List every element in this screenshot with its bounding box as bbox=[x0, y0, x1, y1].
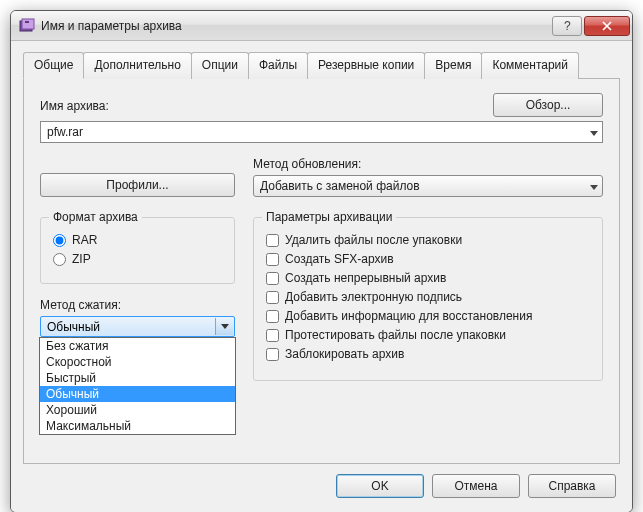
check-lock[interactable]: Заблокировать архив bbox=[266, 347, 590, 361]
profiles-button[interactable]: Профили... bbox=[40, 173, 235, 197]
archive-params-legend: Параметры архивации bbox=[262, 210, 396, 224]
archive-format-legend: Формат архива bbox=[49, 210, 142, 224]
dialog-footer: OK Отмена Справка bbox=[23, 464, 620, 500]
archive-name-label: Имя архива: bbox=[40, 99, 109, 113]
compression-label: Метод сжатия: bbox=[40, 298, 235, 312]
dialog-window: Имя и параметры архива ? Общие Дополните… bbox=[10, 10, 633, 512]
help-button[interactable]: ? bbox=[552, 16, 582, 36]
cancel-button[interactable]: Отмена bbox=[432, 474, 520, 498]
svg-rect-1 bbox=[22, 19, 34, 29]
compression-dropdown-list: Без сжатия Скоростной Быстрый Обычный Хо… bbox=[39, 337, 236, 435]
browse-button[interactable]: Обзор... bbox=[493, 93, 603, 117]
chevron-down-icon bbox=[590, 125, 598, 139]
checkbox[interactable] bbox=[266, 272, 279, 285]
compression-value: Обычный bbox=[47, 320, 100, 334]
tab-strip: Общие Дополнительно Опции Файлы Резервны… bbox=[23, 51, 620, 79]
compression-combo[interactable]: Обычный bbox=[40, 316, 235, 337]
ok-button[interactable]: OK bbox=[336, 474, 424, 498]
checkbox[interactable] bbox=[266, 253, 279, 266]
format-rar-label: RAR bbox=[72, 233, 97, 247]
update-method-label: Метод обновления: bbox=[253, 157, 603, 171]
compression-option[interactable]: Без сжатия bbox=[40, 338, 235, 354]
close-button[interactable] bbox=[584, 16, 630, 36]
archive-name-combo[interactable]: pfw.rar bbox=[40, 121, 603, 143]
compression-option[interactable]: Хороший bbox=[40, 402, 235, 418]
titlebar: Имя и параметры архива ? bbox=[11, 11, 632, 41]
archive-format-group: Формат архива RAR ZIP bbox=[40, 217, 235, 284]
radio-zip[interactable] bbox=[53, 253, 66, 266]
tab-files[interactable]: Файлы bbox=[248, 52, 308, 79]
compression-option[interactable]: Скоростной bbox=[40, 354, 235, 370]
tab-time[interactable]: Время bbox=[424, 52, 482, 79]
tab-general[interactable]: Общие bbox=[23, 52, 84, 79]
window-title: Имя и параметры архива bbox=[41, 19, 550, 33]
tab-options[interactable]: Опции bbox=[191, 52, 249, 79]
check-solid[interactable]: Создать непрерывный архив bbox=[266, 271, 590, 285]
compression-option[interactable]: Быстрый bbox=[40, 370, 235, 386]
check-recovery[interactable]: Добавить информацию для восстановления bbox=[266, 309, 590, 323]
tab-content: Имя архива: Обзор... pfw.rar Профили... … bbox=[23, 79, 620, 464]
update-method-value: Добавить с заменой файлов bbox=[260, 179, 420, 193]
radio-rar[interactable] bbox=[53, 234, 66, 247]
chevron-down-icon bbox=[590, 179, 598, 193]
check-test[interactable]: Протестировать файлы после упаковки bbox=[266, 328, 590, 342]
checkbox[interactable] bbox=[266, 310, 279, 323]
archive-name-value: pfw.rar bbox=[47, 125, 83, 139]
help-button-footer[interactable]: Справка bbox=[528, 474, 616, 498]
update-method-combo[interactable]: Добавить с заменой файлов bbox=[253, 175, 603, 197]
tab-backup[interactable]: Резервные копии bbox=[307, 52, 425, 79]
compression-option[interactable]: Максимальный bbox=[40, 418, 235, 434]
svg-rect-2 bbox=[25, 21, 29, 23]
chevron-down-icon bbox=[215, 318, 233, 335]
app-icon bbox=[19, 18, 35, 34]
checkbox[interactable] bbox=[266, 348, 279, 361]
format-rar-radio[interactable]: RAR bbox=[53, 233, 222, 247]
format-zip-label: ZIP bbox=[72, 252, 91, 266]
checkbox[interactable] bbox=[266, 291, 279, 304]
checkbox[interactable] bbox=[266, 329, 279, 342]
tab-advanced[interactable]: Дополнительно bbox=[83, 52, 191, 79]
check-delete-after[interactable]: Удалить файлы после упаковки bbox=[266, 233, 590, 247]
checkbox[interactable] bbox=[266, 234, 279, 247]
check-sign[interactable]: Добавить электронную подпись bbox=[266, 290, 590, 304]
compression-option[interactable]: Обычный bbox=[40, 386, 235, 402]
tab-comment[interactable]: Комментарий bbox=[481, 52, 579, 79]
format-zip-radio[interactable]: ZIP bbox=[53, 252, 222, 266]
archive-params-group: Параметры архивации Удалить файлы после … bbox=[253, 217, 603, 381]
check-sfx[interactable]: Создать SFX-архив bbox=[266, 252, 590, 266]
svg-text:?: ? bbox=[564, 20, 571, 32]
